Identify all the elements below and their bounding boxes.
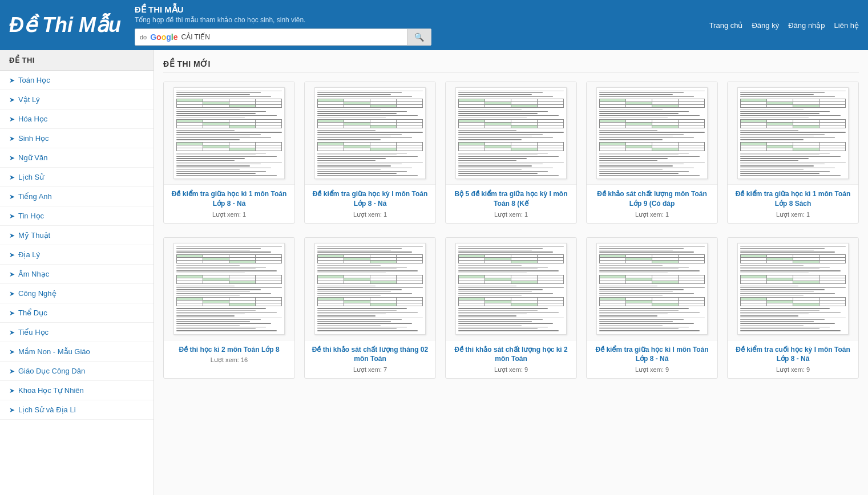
exam-card-info: Đề thi khảo sát chất lượng học kì 2 môn … xyxy=(446,340,576,379)
arrow-icon: ➤ xyxy=(9,348,15,356)
sidebar-item-tiểu-học[interactable]: ➤Tiểu Học xyxy=(0,323,154,342)
search-button[interactable]: 🔍 xyxy=(407,29,431,45)
sidebar-item-địa-lý[interactable]: ➤Địa Lý xyxy=(0,245,154,265)
sidebar-item-thể-dục[interactable]: ➤Thể Dục xyxy=(0,303,154,323)
sidebar-item-âm-nhạc[interactable]: ➤Âm Nhạc xyxy=(0,265,154,284)
sidebar-item-toán-học[interactable]: ➤Toán Học xyxy=(0,71,154,90)
exam-card-thumbnail xyxy=(164,238,294,340)
exam-card[interactable]: Đề kiểm tra cuối học kỳ I môn Toán Lớp 8… xyxy=(727,237,859,379)
sidebar-title: ĐỀ THI xyxy=(0,50,154,71)
exam-card-views: Lượt xem: 9 xyxy=(733,366,853,374)
arrow-icon: ➤ xyxy=(9,76,15,84)
arrow-icon: ➤ xyxy=(9,309,15,317)
sidebar-item-lịch-sử[interactable]: ➤Lịch Sử xyxy=(0,168,154,187)
arrow-icon: ➤ xyxy=(9,193,15,201)
exam-card-thumbnail xyxy=(587,238,717,340)
exam-card-views: Lượt xem: 1 xyxy=(451,211,571,218)
exam-card[interactable]: Bộ 5 đề kiểm tra giữa học kỳ I môn Toán … xyxy=(445,82,577,224)
sidebar-item-giáo-dục-công-dân[interactable]: ➤Giáo Dục Công Dân xyxy=(0,362,154,381)
exam-grid-row1: Đề kiểm tra giữa học kì 1 môn Toán Lớp 8… xyxy=(163,82,859,224)
exam-card-title: Đề thi khảo sát chất lượng học kì 2 môn … xyxy=(451,345,571,364)
exam-card[interactable]: Đề kiểm tra giữa học kỳ I môn Toán Lớp 8… xyxy=(304,82,436,224)
exam-card-info: Đề thi khảo sát chất lượng tháng 02 môn … xyxy=(305,340,435,379)
arrow-icon: ➤ xyxy=(9,328,15,336)
header-site-name: ĐỀ THI MẪU xyxy=(135,5,709,15)
exam-card-thumbnail xyxy=(305,82,435,185)
exam-card-info: Đề khảo sát chất lượng môn Toán Lớp 9 (C… xyxy=(587,185,717,223)
sidebar-item-công-nghệ[interactable]: ➤Công Nghệ xyxy=(0,284,154,303)
arrow-icon: ➤ xyxy=(9,406,15,414)
sidebar-item-sinh-học[interactable]: ➤Sinh Học xyxy=(0,129,154,148)
search-bar: do Google CẢI TIẾN 🔍 xyxy=(135,29,431,46)
sidebar-item-mầm-non---mẫu-giáo[interactable]: ➤Mầm Non - Mẫu Giáo xyxy=(0,342,154,362)
exam-card[interactable]: Đề thi khảo sát chất lượng tháng 02 môn … xyxy=(304,237,436,379)
exam-card-thumbnail xyxy=(728,82,858,185)
sidebar: ĐỀ THI ➤Toán Học➤Vật Lý➤Hóa Học➤Sinh Học… xyxy=(0,50,154,495)
exam-card[interactable]: Đề kiểm tra giữa học kì 1 môn Toán Lớp 8… xyxy=(727,82,859,224)
exam-card-views: Lượt xem: 1 xyxy=(310,211,430,218)
sidebar-item-vật-lý[interactable]: ➤Vật Lý xyxy=(0,90,154,109)
arrow-icon: ➤ xyxy=(9,367,15,375)
arrow-icon: ➤ xyxy=(9,387,15,395)
sidebar-item-hóa-học[interactable]: ➤Hóa Học xyxy=(0,109,154,129)
exam-card-title: Đề kiểm tra giữa học kỳ I môn Toán Lớp 8… xyxy=(310,189,430,209)
exam-card-views: Lượt xem: 16 xyxy=(169,356,289,364)
header-tagline: Tổng hợp đề thi mẫu tham khảo cho học si… xyxy=(135,16,709,24)
exam-grid-row2: Đề thi học kì 2 môn Toán Lớp 8 Lượt xem:… xyxy=(163,237,859,379)
search-improved-label: CẢI TIẾN xyxy=(179,33,212,41)
nav-register[interactable]: Đăng ký xyxy=(752,21,779,30)
sidebar-item-mỹ-thuật[interactable]: ➤Mỹ Thuật xyxy=(0,226,154,245)
header-nav: Trang chủ Đăng ký Đăng nhập Liên hệ xyxy=(709,21,859,30)
arrow-icon: ➤ xyxy=(9,115,15,123)
exam-card-thumbnail xyxy=(446,82,576,185)
content-area: ĐỀ THI MỚI Đề kiểm tra giữa học kì 1 môn… xyxy=(154,50,868,495)
header: Đề Thi Mẫu ĐỀ THI MẪU Tổng hợp đề thi mẫ… xyxy=(0,0,868,50)
exam-card[interactable]: Đề thi học kì 2 môn Toán Lớp 8 Lượt xem:… xyxy=(163,237,295,379)
search-input[interactable] xyxy=(212,30,407,45)
exam-card-views: Lượt xem: 1 xyxy=(733,211,853,218)
exam-card-info: Đề kiểm tra giữa học kì 1 môn Toán Lớp 8… xyxy=(164,185,294,223)
sidebar-item-tiếng-anh[interactable]: ➤Tiếng Anh xyxy=(0,187,154,206)
exam-card-views: Lượt xem: 9 xyxy=(451,366,571,374)
exam-card-info: Bộ 5 đề kiểm tra giữa học kỳ I môn Toán … xyxy=(446,185,576,223)
nav-home[interactable]: Trang chủ xyxy=(709,21,743,30)
exam-card-views: Lượt xem: 1 xyxy=(169,211,289,218)
exam-card-info: Đề kiểm tra cuối học kỳ I môn Toán Lớp 8… xyxy=(728,340,858,379)
exam-card-thumbnail xyxy=(728,238,858,340)
arrow-icon: ➤ xyxy=(9,173,15,181)
exam-card-thumbnail xyxy=(305,238,435,340)
search-by-label: do xyxy=(135,34,149,40)
nav-login[interactable]: Đăng nhập xyxy=(788,21,825,30)
sidebar-item-khoa-học-tự-nhiên[interactable]: ➤Khoa Học Tự Nhiên xyxy=(0,381,154,400)
exam-card-info: Đề kiểm tra giữa học kỳ I môn Toán Lớp 8… xyxy=(305,185,435,223)
exam-card-views: Lượt xem: 7 xyxy=(310,366,430,374)
sidebar-item-tin-học[interactable]: ➤Tin Học xyxy=(0,206,154,226)
sidebar-item-ngữ-văn[interactable]: ➤Ngữ Văn xyxy=(0,148,154,168)
arrow-icon: ➤ xyxy=(9,135,15,143)
arrow-icon: ➤ xyxy=(9,290,15,298)
arrow-icon: ➤ xyxy=(9,251,15,259)
exam-card-views: Lượt xem: 1 xyxy=(592,211,712,218)
exam-card-title: Đề kiểm tra giữa học kì I môn Toán Lớp 8… xyxy=(592,345,712,364)
exam-card[interactable]: Đề kiểm tra giữa học kì 1 môn Toán Lớp 8… xyxy=(163,82,295,224)
section-title: ĐỀ THI MỚI xyxy=(163,59,859,72)
exam-card-title: Bộ 5 đề kiểm tra giữa học kỳ I môn Toán … xyxy=(451,189,571,209)
google-label: Google xyxy=(149,33,179,42)
exam-card[interactable]: Đề kiểm tra giữa học kì I môn Toán Lớp 8… xyxy=(586,237,718,379)
exam-card-title: Đề khảo sát chất lượng môn Toán Lớp 9 (C… xyxy=(592,189,712,209)
exam-card-thumbnail xyxy=(164,82,294,185)
sidebar-item-lịch-sử-và-địa-li[interactable]: ➤Lịch Sử và Địa Li xyxy=(0,400,154,420)
arrow-icon: ➤ xyxy=(9,232,15,240)
exam-card-info: Đề thi học kì 2 môn Toán Lớp 8 Lượt xem:… xyxy=(164,340,294,369)
site-logo[interactable]: Đề Thi Mẫu xyxy=(9,13,121,37)
exam-card-title: Đề kiểm tra giữa học kì 1 môn Toán Lớp 8… xyxy=(169,189,289,209)
exam-card[interactable]: Đề khảo sát chất lượng môn Toán Lớp 9 (C… xyxy=(586,82,718,224)
header-center: ĐỀ THI MẪU Tổng hợp đề thi mẫu tham khảo… xyxy=(135,5,709,46)
exam-card[interactable]: Đề thi khảo sát chất lượng học kì 2 môn … xyxy=(445,237,577,379)
exam-card-title: Đề thi khảo sát chất lượng tháng 02 môn … xyxy=(310,345,430,364)
exam-card-info: Đề kiểm tra giữa học kì I môn Toán Lớp 8… xyxy=(587,340,717,379)
exam-card-title: Đề kiểm tra cuối học kỳ I môn Toán Lớp 8… xyxy=(733,345,853,364)
exam-card-title: Đề kiểm tra giữa học kì 1 môn Toán Lớp 8… xyxy=(733,189,853,209)
nav-contact[interactable]: Liên hệ xyxy=(834,21,859,30)
exam-card-info: Đề kiểm tra giữa học kì 1 môn Toán Lớp 8… xyxy=(728,185,858,223)
